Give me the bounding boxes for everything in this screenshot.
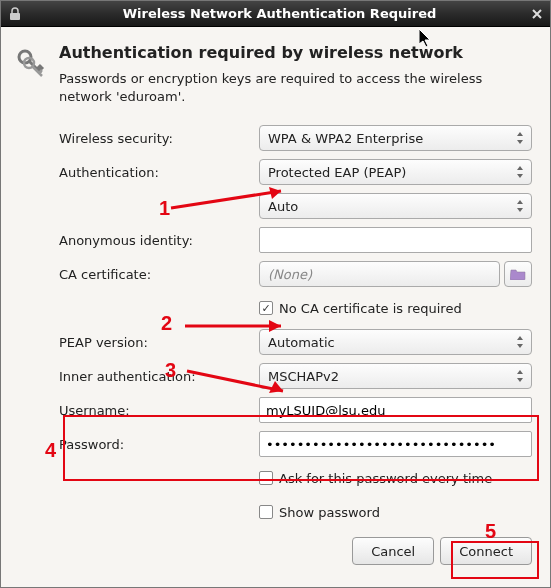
select-value: Auto — [268, 199, 298, 214]
keys-icon — [15, 47, 47, 565]
label-peap-version: PEAP version: — [59, 335, 259, 350]
select-peap-version[interactable]: Automatic — [259, 329, 532, 355]
select-value: MSCHAPv2 — [268, 369, 339, 384]
instruction-text: Passwords or encryption keys are require… — [59, 70, 532, 105]
label-inner-auth: Inner authentication: — [59, 369, 259, 384]
connect-button[interactable]: Connect — [440, 537, 532, 565]
folder-icon — [510, 268, 526, 280]
label-ca-certificate: CA certificate: — [59, 267, 259, 282]
input-username[interactable] — [259, 397, 532, 423]
updown-icon — [513, 129, 527, 147]
label-show-password: Show password — [279, 505, 380, 520]
cancel-button[interactable]: Cancel — [352, 537, 434, 565]
label-authentication: Authentication: — [59, 165, 259, 180]
select-inner-auth[interactable]: MSCHAPv2 — [259, 363, 532, 389]
label-no-ca-required: No CA certificate is required — [279, 301, 462, 316]
checkbox-ask-password[interactable] — [259, 471, 273, 485]
updown-icon — [513, 367, 527, 385]
dialog-content: Authentication required by wireless netw… — [1, 27, 550, 581]
form-area: Authentication required by wireless netw… — [59, 43, 532, 565]
label-ask-password: Ask for this password every time — [279, 471, 492, 486]
label-password: Password: — [59, 437, 259, 452]
input-password[interactable] — [259, 431, 532, 457]
checkbox-no-ca-required[interactable] — [259, 301, 273, 315]
updown-icon — [513, 163, 527, 181]
select-authentication[interactable]: Protected EAP (PEAP) — [259, 159, 532, 185]
page-title: Authentication required by wireless netw… — [59, 43, 532, 62]
select-value: WPA & WPA2 Enterprise — [268, 131, 423, 146]
lock-icon — [7, 6, 23, 22]
close-icon[interactable] — [530, 7, 544, 21]
label-anonymous-identity: Anonymous identity: — [59, 233, 259, 248]
select-value: Protected EAP (PEAP) — [268, 165, 406, 180]
svg-rect-0 — [10, 13, 20, 20]
updown-icon — [513, 333, 527, 351]
select-value: Automatic — [268, 335, 335, 350]
ca-certificate-browse-button[interactable] — [504, 261, 532, 287]
select-tls-mode[interactable]: Auto — [259, 193, 532, 219]
titlebar: Wireless Network Authentication Required — [1, 1, 550, 27]
window-title: Wireless Network Authentication Required — [29, 6, 530, 21]
updown-icon — [513, 197, 527, 215]
label-wireless-security: Wireless security: — [59, 131, 259, 146]
input-anonymous-identity[interactable] — [259, 227, 532, 253]
ca-certificate-file[interactable]: (None) — [259, 261, 500, 287]
checkbox-show-password[interactable] — [259, 505, 273, 519]
ca-certificate-value: (None) — [268, 267, 312, 282]
dialog-window: Wireless Network Authentication Required… — [0, 0, 551, 588]
label-username: Username: — [59, 403, 259, 418]
select-wireless-security[interactable]: WPA & WPA2 Enterprise — [259, 125, 532, 151]
